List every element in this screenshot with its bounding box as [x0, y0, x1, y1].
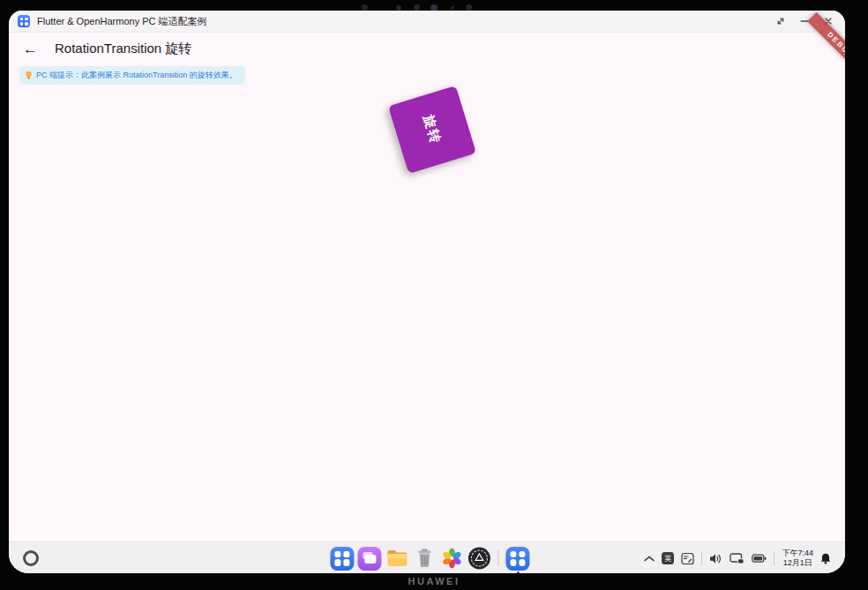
bezel-sensor-dot [362, 4, 368, 11]
folder-icon [385, 549, 408, 568]
window-resize-button[interactable] [773, 13, 789, 29]
screen-cast-button[interactable] [730, 553, 745, 564]
clock-date: 12月1日 [782, 558, 813, 568]
app-grid-icon [330, 547, 354, 571]
gallery-flower-icon [440, 547, 463, 570]
dock-flutter-app-active[interactable] [505, 547, 529, 571]
tray-expand-button[interactable] [644, 556, 655, 562]
clock[interactable]: 下午7:44 12月1日 [782, 549, 813, 568]
bell-icon [820, 553, 831, 564]
resize-diagonal-icon [775, 16, 786, 26]
window-titlebar[interactable]: Flutter & OpenHarmony PC 端适配案例 [9, 11, 845, 33]
appbar: ← RotationTransition 旋转 [9, 33, 845, 64]
ime-panel-button[interactable] [681, 552, 694, 565]
tray-separator [774, 552, 774, 565]
trash-icon [415, 548, 433, 569]
rotation-box: 旋转 [388, 86, 476, 174]
ime-panel-icon [681, 552, 694, 565]
battery-indicator[interactable] [752, 554, 767, 564]
dock-window-manager[interactable] [357, 547, 381, 571]
window-manager-icon [357, 547, 381, 571]
screen: Flutter & OpenHarmony PC 端适配案例 [9, 11, 845, 573]
clock-time: 下午7:44 [782, 549, 813, 558]
dock-app-grid[interactable] [330, 547, 354, 571]
dock [330, 542, 529, 573]
notification-bell-button[interactable] [820, 553, 831, 564]
dock-separator [498, 550, 498, 566]
window-title: Flutter & OpenHarmony PC 端适配案例 [37, 15, 207, 28]
bezel-sensor-dot [414, 4, 420, 11]
dock-emblem-app[interactable] [467, 547, 490, 571]
battery-icon [752, 554, 767, 564]
input-method-indicator[interactable]: 英 [662, 552, 674, 564]
system-tray: 英 [644, 542, 845, 573]
device-brand-label: HUAWEI [0, 576, 868, 586]
chevron-up-icon [644, 556, 655, 562]
screen-cast-icon [730, 553, 745, 564]
pc-tip-text: PC 端提示：此案例展示 RotationTransition 的旋转效果。 [36, 70, 237, 81]
emblem-seal-icon [468, 547, 490, 570]
dock-files[interactable] [385, 547, 408, 571]
control-ring-button[interactable] [23, 550, 39, 566]
volume-button[interactable] [709, 553, 722, 564]
flutter-app-icon [505, 547, 529, 571]
bezel-sensor-dot [451, 6, 454, 10]
dock-gallery[interactable] [439, 547, 463, 571]
back-button[interactable]: ← [23, 41, 42, 56]
device-frame: HUAWEI Flutter & OpenHarmony PC 端适配案例 [0, 0, 868, 590]
bezel-sensor-dot [466, 4, 472, 11]
active-app-indicator [516, 571, 519, 574]
taskbar: 英 [9, 541, 845, 573]
window-app-icon [18, 15, 30, 27]
rotation-box-label: 旋转 [420, 113, 445, 146]
dock-trash[interactable] [412, 547, 436, 571]
lightbulb-icon [25, 71, 33, 80]
volume-icon [709, 553, 722, 564]
page-title: RotationTransition 旋转 [55, 41, 191, 57]
tray-separator [701, 552, 702, 565]
pc-tip-banner: PC 端提示：此案例展示 RotationTransition 的旋转效果。 [19, 66, 245, 85]
